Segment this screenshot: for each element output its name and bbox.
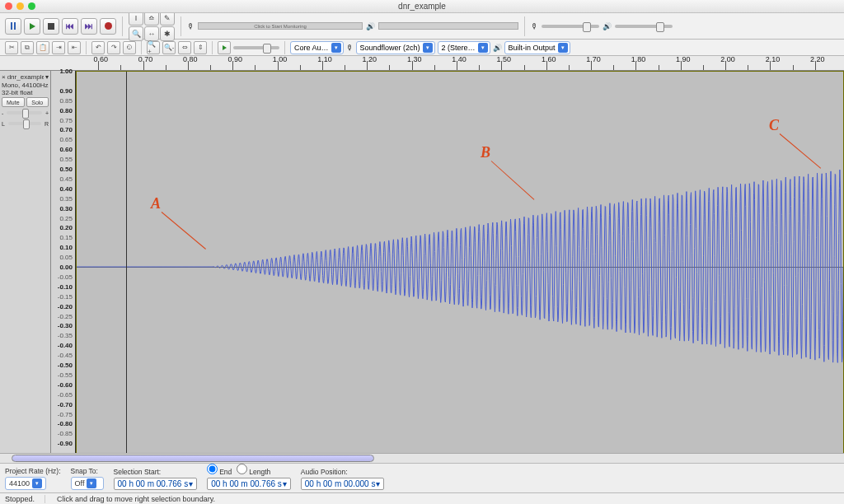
fit-selection-button[interactable]: ⇔: [178, 41, 191, 54]
zoom-in-button[interactable]: 🔍+: [147, 41, 160, 54]
track-format: Mono, 44100Hz: [2, 82, 49, 89]
snap-to-combo[interactable]: Off▾: [71, 477, 104, 490]
chevron-down-icon: ▾: [478, 43, 488, 53]
waveform-display[interactable]: A B C: [76, 71, 844, 463]
window-title: dnr_example: [0, 2, 844, 11]
amplitude-scale: 1.000.900.850.800.750.700.650.600.550.50…: [51, 71, 76, 463]
audio-position-time[interactable]: 00 h 00 m 00.000 s▾: [301, 478, 385, 490]
timeline-ruler[interactable]: 0.600.700.800.901.001.101.201.301.401.50…: [0, 56, 844, 71]
speaker-icon: 🔊: [366, 22, 375, 30]
chevron-down-icon: ▾: [87, 478, 96, 488]
tracks-area: ×dnr_example▾ Mono, 44100Hz 32-bit float…: [0, 71, 844, 463]
chevron-down-icon: ▾: [32, 478, 42, 488]
recording-device-combo[interactable]: Soundflower (2ch)▾: [356, 41, 435, 54]
chevron-down-icon: ▾: [558, 43, 568, 53]
selection-end-radio[interactable]: End: [207, 464, 232, 476]
selection-length-radio[interactable]: Length: [237, 464, 270, 476]
cut-button[interactable]: ✂: [5, 41, 18, 54]
horizontal-scrollbar[interactable]: [0, 453, 844, 463]
chevron-down-icon: ▾: [331, 43, 341, 53]
mic-icon: 🎙: [187, 22, 195, 30]
toolbar-edit-row: ✂ ⧉ 📋 ⇥ ⇤ ↶ ↷ ⏲ 🔍+ 🔍- ⇔ ⇕ Core Au…▾ 🎙 So…: [0, 40, 844, 56]
selection-toolbar: Project Rate (Hz): 44100▾ Snap To: Off▾ …: [0, 463, 844, 492]
zoom-out-button[interactable]: 🔍-: [162, 41, 176, 54]
status-hint: Click and drag to move right selection b…: [57, 495, 215, 503]
silence-button[interactable]: ⇤: [68, 41, 81, 54]
mute-button[interactable]: Mute: [2, 97, 25, 107]
recording-volume-slider[interactable]: [542, 25, 599, 28]
snap-to-label: Snap To:: [71, 467, 104, 475]
undo-button[interactable]: ↶: [91, 41, 105, 54]
gain-slider[interactable]: [7, 111, 42, 114]
project-rate-label: Project Rate (Hz):: [5, 467, 61, 475]
play-button[interactable]: [24, 18, 40, 35]
toolbar-transport-row: ⏮ ⏭ I ≏ ✎ 🔍 ↔ ✱ 🎙 Click to Start Monitor…: [0, 13, 844, 40]
track-sample-type: 32-bit float: [2, 89, 49, 96]
zoom-tool-button[interactable]: 🔍: [129, 26, 143, 41]
speaker-device-icon: 🔊: [493, 44, 502, 52]
stop-button[interactable]: [43, 18, 59, 35]
mic-device-icon: 🎙: [346, 44, 354, 52]
track-name: dnr_example: [7, 73, 44, 81]
playback-cursor: [126, 72, 127, 462]
trim-button[interactable]: ⇥: [52, 41, 65, 54]
timeshift-tool-button[interactable]: ↔: [144, 26, 159, 41]
track-control-panel[interactable]: ×dnr_example▾ Mono, 44100Hz 32-bit float…: [0, 71, 51, 463]
fit-project-button[interactable]: ⇕: [194, 41, 207, 54]
redo-button[interactable]: ↷: [107, 41, 120, 54]
playback-device-combo[interactable]: Built-in Output▾: [504, 41, 570, 54]
playback-volume-slider[interactable]: [615, 25, 673, 28]
selection-end-time[interactable]: 00 h 00 m 00.766 s▾: [207, 478, 291, 490]
copy-button[interactable]: ⧉: [21, 41, 34, 54]
multi-tool-button[interactable]: ✱: [160, 26, 175, 41]
skip-end-button[interactable]: ⏭: [81, 18, 97, 35]
track-menu-icon[interactable]: ▾: [45, 73, 49, 81]
playback-meter[interactable]: [378, 22, 518, 30]
chevron-down-icon: ▾: [423, 43, 433, 53]
audio-host-combo[interactable]: Core Au…▾: [290, 41, 344, 54]
status-bar: Stopped. Click and drag to move right se…: [0, 492, 844, 504]
project-rate-combo[interactable]: 44100▾: [5, 477, 46, 490]
recording-channels-combo[interactable]: 2 (Stere…▾: [438, 41, 490, 54]
mic-vol-icon: 🎙: [531, 22, 538, 30]
status-state: Stopped.: [5, 495, 45, 503]
record-button[interactable]: [100, 18, 116, 35]
pause-button[interactable]: [5, 18, 21, 35]
solo-button[interactable]: Solo: [26, 97, 49, 107]
recording-meter[interactable]: Click to Start Monitoring: [198, 22, 363, 30]
audio-position-label: Audio Position:: [301, 468, 385, 476]
paste-button[interactable]: 📋: [36, 41, 49, 54]
pan-slider[interactable]: [8, 122, 41, 125]
selection-start-label: Selection Start:: [114, 468, 198, 476]
track-close-icon[interactable]: ×: [2, 73, 6, 81]
skip-start-button[interactable]: ⏮: [62, 18, 78, 35]
play-at-speed-button[interactable]: [218, 41, 231, 54]
speaker-vol-icon: 🔊: [603, 22, 612, 30]
selection-start-time[interactable]: 00 h 00 m 00.766 s▾: [114, 478, 198, 490]
window-titlebar: dnr_example: [0, 0, 844, 13]
sync-lock-button[interactable]: ⏲: [123, 41, 136, 54]
play-speed-slider[interactable]: [233, 46, 279, 49]
